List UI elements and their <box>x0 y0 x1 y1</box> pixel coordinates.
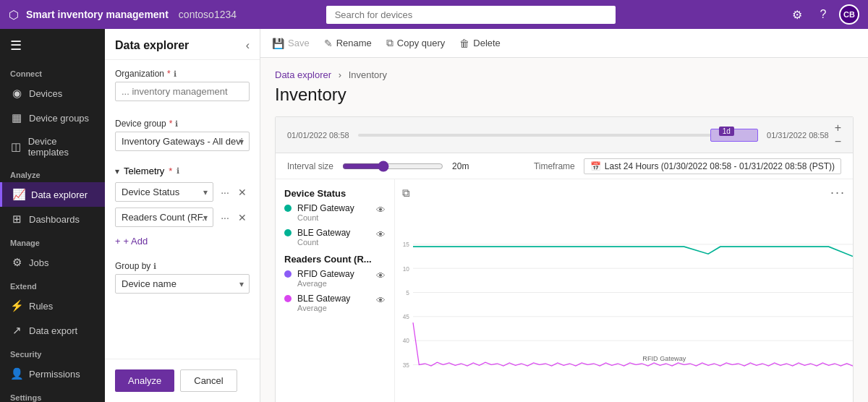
delete-button[interactable]: 🗑 Delete <box>459 38 501 49</box>
device-groups-icon: ▦ <box>10 111 23 124</box>
svg-text:5: 5 <box>406 289 409 296</box>
sidebar-item-device-templates[interactable]: ◫ Device templates <box>0 130 105 163</box>
telemetry-required: * <box>169 166 172 176</box>
avatar[interactable]: CB <box>839 4 859 25</box>
sidebar-item-rules[interactable]: ⚡ Rules <box>0 294 105 318</box>
rfid-avg-texts: RFID Gateway Average <box>297 269 354 288</box>
sidebar-item-permissions[interactable]: 👤 Permissions <box>0 362 105 386</box>
delete-label: Delete <box>473 38 501 48</box>
sidebar-item-device-groups[interactable]: ▦ Device groups <box>0 106 105 130</box>
sidebar-label-data-export: Data export <box>29 325 77 336</box>
telemetry-section: ▾ Telemetry * ℹ Device Status ··· ✕ <box>105 160 260 255</box>
topbar: ⬡ Smart inventory management contoso1234… <box>0 0 868 29</box>
ble-avg-visibility-icon[interactable]: 👁 <box>376 295 386 306</box>
svg-text:35: 35 <box>403 362 410 369</box>
sidebar-label-devices: Devices <box>29 88 62 99</box>
sidebar-section-extend: Extend <box>0 275 105 294</box>
topbar-icons: ⚙ ? CB <box>787 4 859 25</box>
rename-button[interactable]: ✎ Rename <box>324 38 372 49</box>
rfid-count-name: RFID Gateway <box>297 203 354 213</box>
rename-label: Rename <box>336 38 372 48</box>
svg-text:15: 15 <box>403 241 410 248</box>
sidebar-label-data-explorer: Data explorer <box>31 189 88 200</box>
sidebar-item-devices[interactable]: ◉ Devices <box>0 81 105 106</box>
dashboards-icon: ⊞ <box>10 213 23 226</box>
timeframe-selector[interactable]: 📅 Last 24 Hours (01/30/2022 08:58 - 01/3… <box>584 158 841 174</box>
panel-close-icon[interactable]: ‹ <box>246 39 250 52</box>
sidebar-item-dashboards[interactable]: ⊞ Dashboards <box>0 207 105 231</box>
organization-input[interactable] <box>115 82 250 101</box>
rfid-avg-dot <box>284 270 292 278</box>
ble-count-name: BLE Gateway <box>297 228 350 238</box>
breadcrumb: Data explorer › Inventory <box>275 69 854 80</box>
rename-icon: ✎ <box>324 38 333 49</box>
telemetry-info-icon: ℹ <box>176 166 179 176</box>
rfid-count-visibility-icon[interactable]: 👁 <box>376 205 386 215</box>
timeframe-text: Last 24 Hours (01/30/2022 08:58 - 01/31/… <box>605 161 835 171</box>
breadcrumb-parent[interactable]: Data explorer <box>275 69 331 80</box>
telemetry-select-0[interactable]: Device Status <box>115 182 213 202</box>
panel-title: Data explorer <box>115 39 189 52</box>
permissions-icon: 👤 <box>10 367 23 380</box>
ble-count-sub: Count <box>297 238 350 247</box>
jobs-icon: ⚙ <box>10 256 23 269</box>
timeline-track[interactable]: 1d <box>358 128 758 142</box>
zoom-in-button[interactable]: + <box>835 122 841 134</box>
org-required: * <box>167 69 171 79</box>
telemetry-more-icon-1[interactable]: ··· <box>218 212 232 223</box>
ble-avg-texts: BLE Gateway Average <box>297 294 350 312</box>
telemetry-collapse-icon[interactable]: ▾ <box>115 166 119 176</box>
zoom-out-button[interactable]: − <box>835 136 841 147</box>
telemetry-row-0-icons: ··· ✕ <box>218 187 250 198</box>
copy-query-button[interactable]: ⧉ Copy query <box>386 37 445 49</box>
organization-label: Organization * ℹ <box>115 69 250 79</box>
legend-item-rfid-avg: RFID Gateway Average 👁 <box>284 269 386 288</box>
sidebar-item-data-export[interactable]: ↗ Data export <box>0 318 105 343</box>
rfid-avg-visibility-icon[interactable]: 👁 <box>376 270 386 281</box>
chart-more-button[interactable]: ··· <box>830 185 846 200</box>
interval-slider[interactable] <box>342 161 443 172</box>
layers-icon[interactable]: ⧉ <box>402 187 410 200</box>
page-title: Inventory <box>275 85 854 105</box>
timeline-end: 01/31/2022 08:58 <box>767 131 829 140</box>
rules-icon: ⚡ <box>10 299 23 312</box>
help-icon[interactable]: ? <box>813 4 833 25</box>
settings-icon[interactable]: ⚙ <box>787 4 807 25</box>
sidebar-item-jobs[interactable]: ⚙ Jobs <box>0 250 105 275</box>
sidebar-label-permissions: Permissions <box>29 369 80 380</box>
telemetry-row-1: Readers Count (RF... ··· ✕ <box>115 208 250 227</box>
telemetry-remove-icon-0[interactable]: ✕ <box>235 187 250 198</box>
telemetry-select-1[interactable]: Readers Count (RF... <box>115 208 213 227</box>
copy-icon: ⧉ <box>386 37 393 49</box>
svg-text:10: 10 <box>403 265 410 273</box>
ble-count-visibility-icon[interactable]: 👁 <box>376 229 386 240</box>
telemetry-row-1-icons: ··· ✕ <box>218 212 250 223</box>
save-button[interactable]: 💾 Save <box>272 38 310 49</box>
add-telemetry-button[interactable]: + + Add <box>115 233 250 249</box>
sidebar-item-data-explorer[interactable]: 📈 Data explorer <box>0 182 105 207</box>
telemetry-row-0: Device Status ··· ✕ <box>115 182 250 202</box>
legend-readers-count-title: Readers Count (R... <box>284 254 386 265</box>
telemetry-remove-icon-1[interactable]: ✕ <box>235 212 250 223</box>
sidebar-label-jobs: Jobs <box>29 257 48 268</box>
hamburger-icon[interactable]: ☰ <box>0 29 105 62</box>
interval-bar: Interval size 20m Timeframe 📅 Last 24 Ho… <box>276 153 853 179</box>
chart-plot-area: ⧉ ··· 15 10 <box>395 179 853 402</box>
sidebar-section-analyze: Analyze <box>0 163 105 182</box>
device-group-section: Device group * ℹ Inventory Gateways - Al… <box>105 110 260 160</box>
group-by-select[interactable]: Device name <box>115 274 250 294</box>
telemetry-more-icon-0[interactable]: ··· <box>218 187 232 198</box>
delete-icon: 🗑 <box>459 38 469 49</box>
search-input[interactable] <box>326 6 616 24</box>
analyze-button[interactable]: Analyze <box>115 369 174 392</box>
device-group-select[interactable]: Inventory Gateways - All devices <box>115 132 250 151</box>
device-group-label: Device group * ℹ <box>115 119 250 129</box>
svg-text:45: 45 <box>403 313 410 320</box>
cancel-button[interactable]: Cancel <box>180 369 237 392</box>
chart-body: Device Status RFID Gateway Count 👁 <box>276 179 853 402</box>
add-icon: + <box>115 236 121 247</box>
interval-size-label: Interval size <box>287 161 333 171</box>
svg-text:40: 40 <box>403 337 410 344</box>
telemetry-header: ▾ Telemetry * ℹ <box>115 166 250 176</box>
svg-text:RFID Gateway: RFID Gateway <box>642 355 686 362</box>
